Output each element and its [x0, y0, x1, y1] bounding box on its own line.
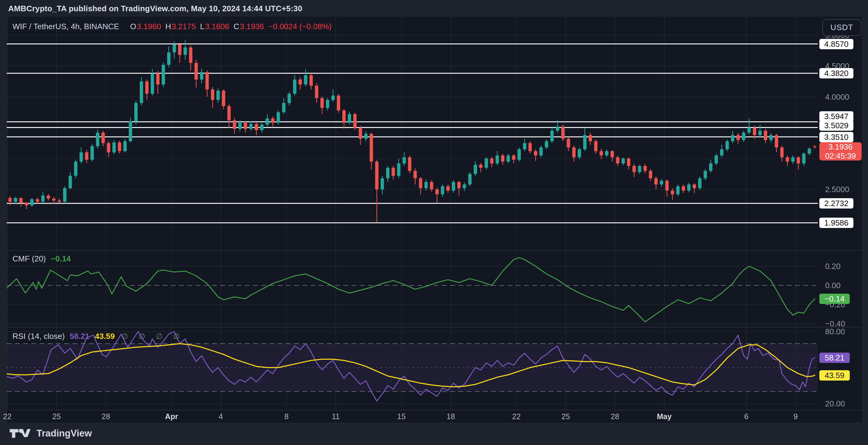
time-tick-label: 28	[611, 412, 619, 421]
rsi-value-badge: 58.21	[819, 353, 850, 363]
bar-countdown: 02:45:39	[819, 151, 862, 160]
close-label: C	[234, 22, 239, 31]
time-tick-label: 22	[512, 412, 521, 421]
rsi-grid-label: 20.00	[825, 399, 845, 409]
cmf-value: −0.14	[51, 254, 71, 263]
time-tick-label: 18	[446, 412, 455, 421]
time-tick-label: 25	[561, 412, 570, 421]
time-tick-label: 8	[284, 412, 289, 421]
tradingview-logo-icon	[9, 428, 32, 439]
time-tick-label: 4	[219, 412, 223, 421]
cmf-value-badge: −0.14	[819, 294, 850, 304]
price-grid-label: 2.5000	[825, 185, 849, 194]
rsi-value-main: 58.21	[70, 331, 89, 341]
current-price-badge: 3.193602:45:39	[819, 142, 862, 160]
close-value: 3.1936	[240, 22, 264, 31]
time-tick-label: 6	[744, 412, 748, 421]
tradingview-brand-text: TradingView	[36, 428, 92, 439]
cmf-title: CMF (20)	[12, 254, 46, 263]
chart-canvas[interactable]	[7, 17, 863, 423]
rsi-title: RSI (14, close)	[12, 331, 65, 341]
low-value: 3.1606	[205, 22, 229, 31]
symbol-title: WIF / TetherUS, 4h, BINANCE	[12, 22, 119, 31]
time-tick-label: 22	[3, 412, 11, 421]
high-label: H	[165, 22, 171, 31]
time-tick-label: 28	[101, 412, 110, 421]
time-tick-label: May	[657, 412, 672, 421]
price-level-label: 4.8570	[819, 39, 854, 49]
current-price: 3.1936	[819, 142, 862, 151]
attribution-text: AMBCrypto_TA published on TradingView.co…	[8, 4, 302, 13]
rsi-empty-values: ∅ ∅ ∅ ∅	[121, 332, 184, 341]
high-value: 3.2175	[172, 22, 196, 31]
rsi-value-badge: 43.59	[819, 370, 850, 381]
time-tick-label: Apr	[165, 412, 178, 421]
price-level-label: 4.3820	[819, 68, 854, 78]
footer-brand[interactable]: TradingView	[9, 428, 92, 439]
tradingview-published-chart: AMBCrypto_TA published on TradingView.co…	[0, 0, 868, 445]
chart-area[interactable]: WIF / TetherUS, 4h, BINANCE O 3.1960 H 3…	[6, 16, 863, 423]
price-level-label: 1.9586	[819, 218, 854, 228]
time-tick-label: 25	[52, 412, 61, 421]
time-tick-label: 11	[332, 412, 340, 421]
time-tick-label: 9	[794, 412, 798, 421]
currency-toggle-button[interactable]: USDT	[823, 19, 861, 36]
price-level-label: 3.5029	[819, 120, 854, 131]
open-label: O	[130, 22, 136, 31]
price-level-label: 2.2732	[819, 198, 854, 209]
time-tick-label: 15	[397, 412, 406, 421]
rsi-legend: RSI (14, close) 58.21 43.59 ∅ ∅ ∅ ∅	[12, 331, 184, 341]
cmf-grid-label: 0.00	[825, 281, 841, 290]
price-level-label: 3.3510	[819, 132, 854, 142]
rsi-value-signal: 43.59	[95, 331, 115, 341]
open-value: 3.1960	[137, 22, 161, 31]
symbol-legend: WIF / TetherUS, 4h, BINANCE O 3.1960 H 3…	[12, 22, 332, 31]
rsi-grid-label: 80.00	[825, 327, 845, 337]
change-value: −0.0024 (−0.08%)	[268, 22, 332, 31]
low-label: L	[200, 22, 205, 31]
cmf-legend: CMF (20) −0.14	[12, 254, 71, 263]
attribution-bar: AMBCrypto_TA published on TradingView.co…	[0, 0, 868, 16]
cmf-grid-label: 0.20	[825, 262, 841, 271]
price-level-label: 3.5947	[819, 111, 854, 122]
price-grid-label: 4.0000	[825, 92, 849, 102]
